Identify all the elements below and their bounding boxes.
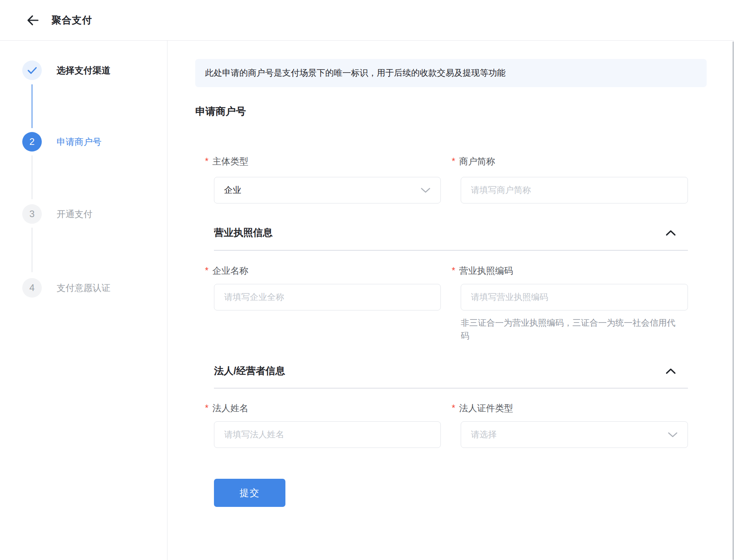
step-connector-2-3 [32, 155, 32, 199]
license-code-label: * 营业执照编码 [452, 265, 513, 276]
step-2-label: 申请商户号 [57, 136, 102, 148]
company-name-field [214, 284, 441, 310]
chevron-down-icon [420, 187, 431, 193]
info-banner: 此处申请的商户号是支付场景下的唯一标识，用于后续的收款交易及提现等功能 [195, 59, 707, 87]
step-connector-1-2 [32, 84, 32, 128]
back-button[interactable] [24, 12, 41, 29]
step-3-label: 开通支付 [57, 208, 93, 220]
chevron-up-icon [665, 230, 676, 236]
form-area: 此处申请的商户号是支付场景下的唯一标识，用于后续的收款交易及提现等功能 申请商户… [167, 41, 734, 560]
stepper-sidebar: 选择支付渠道 2 申请商户号 3 开通支付 4 支付意愿认证 [0, 41, 167, 560]
company-name-label: * 企业名称 [205, 265, 248, 276]
license-section-header: 营业执照信息 [214, 225, 688, 239]
company-name-input[interactable] [214, 284, 440, 310]
step-4-circle: 4 [22, 278, 42, 298]
required-asterisk: * [452, 157, 455, 166]
required-asterisk: * [452, 404, 455, 413]
required-asterisk: * [452, 266, 455, 275]
page-header: 聚合支付 [0, 0, 734, 41]
step-2-circle: 2 [22, 132, 42, 152]
page-title-header: 聚合支付 [52, 14, 92, 27]
legal-name-input[interactable] [214, 422, 440, 448]
legal-name-field [214, 421, 441, 448]
submit-button[interactable]: 提交 [214, 479, 285, 507]
license-section-collapse-button[interactable] [664, 228, 678, 238]
legal-id-type-select[interactable]: 请选择 [461, 421, 688, 448]
step-1-label: 选择支付渠道 [57, 64, 110, 76]
aggregate-payment-page: 聚合支付 选择支付渠道 2 申请商户号 3 开通 [0, 0, 734, 560]
required-asterisk: * [205, 157, 208, 166]
license-code-hint: 非三证合一为营业执照编码，三证合一为统一社会信用代码 [461, 316, 681, 342]
merchant-short-name-field [461, 177, 688, 203]
subject-type-select[interactable]: 企业 [214, 177, 441, 203]
left-arrow-icon [26, 13, 40, 27]
required-asterisk: * [205, 404, 208, 413]
chevron-down-icon [668, 432, 678, 438]
form-title: 申请商户号 [195, 105, 246, 118]
section-divider [214, 250, 688, 251]
license-code-field [461, 284, 688, 310]
legal-section-header: 法人/经营者信息 [214, 364, 688, 378]
subject-type-label: * 主体类型 [205, 155, 248, 167]
step-connector-3-4 [32, 228, 32, 272]
merchant-short-name-label: * 商户简称 [452, 155, 495, 167]
vertical-scrollbar[interactable] [732, 41, 734, 560]
section-divider [214, 388, 688, 389]
chevron-up-icon [665, 368, 676, 375]
legal-section-collapse-button[interactable] [664, 366, 678, 376]
step-1-circle [22, 61, 42, 80]
checkmark-icon [27, 66, 37, 75]
license-code-input[interactable] [461, 284, 688, 310]
legal-id-type-label: * 法人证件类型 [452, 402, 513, 414]
legal-section-title: 法人/经营者信息 [214, 364, 285, 377]
required-asterisk: * [205, 266, 208, 275]
step-3-circle: 3 [22, 204, 42, 224]
legal-id-type-value: 请选择 [471, 429, 497, 441]
step-4-label: 支付意愿认证 [57, 282, 110, 294]
license-section-title: 营业执照信息 [214, 226, 273, 239]
legal-name-label: * 法人姓名 [205, 402, 248, 414]
subject-type-value: 企业 [224, 184, 241, 196]
merchant-short-name-input[interactable] [461, 177, 688, 203]
